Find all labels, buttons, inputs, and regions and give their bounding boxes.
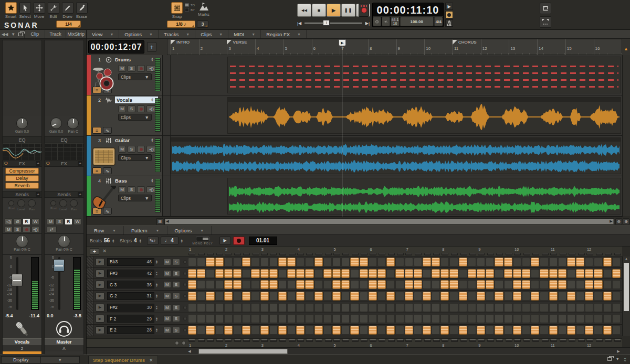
step-cell[interactable]	[197, 303, 205, 312]
send-post-knob[interactable]: Post	[50, 199, 57, 218]
step-cell[interactable]	[242, 314, 250, 323]
mini-record-button[interactable]	[445, 11, 453, 18]
step-cell[interactable]	[504, 314, 512, 323]
step-cell[interactable]	[369, 280, 377, 289]
step-cell[interactable]	[386, 292, 395, 301]
step-cell[interactable]	[386, 269, 395, 278]
step-cell[interactable]	[522, 292, 530, 301]
row-name-field[interactable]: Bb346	[107, 258, 154, 266]
step-tab[interactable]	[243, 339, 250, 342]
step-tab[interactable]	[234, 253, 241, 255]
row-preview-button[interactable]: ▶	[96, 270, 104, 277]
step-cell[interactable]	[486, 314, 494, 323]
gain-knob-dial[interactable]	[16, 117, 28, 129]
step-cell[interactable]	[558, 314, 566, 323]
scroll-up-icon[interactable]: ▲	[624, 46, 628, 51]
step-tab[interactable]	[370, 339, 376, 342]
step-cell[interactable]	[350, 326, 359, 335]
step-tab[interactable]	[207, 253, 214, 255]
step-cell[interactable]	[567, 258, 575, 266]
loop-end-handle[interactable]	[182, 341, 186, 345]
step-tab[interactable]	[333, 339, 340, 342]
step-cell[interactable]	[459, 314, 467, 323]
row-velocity-spinner[interactable]: ▲▼	[155, 294, 158, 298]
step-cell[interactable]	[287, 258, 296, 266]
steps-spinner[interactable]: ▲▼	[139, 239, 142, 243]
step-cell[interactable]	[305, 280, 313, 289]
step-tab[interactable]	[188, 253, 195, 255]
step-cell[interactable]	[386, 280, 395, 289]
row-solo-button[interactable]: S	[172, 259, 180, 265]
sequencer-scroll-left-icon[interactable]: ◀	[186, 349, 193, 354]
step-cell[interactable]	[585, 280, 593, 289]
sends-section-header[interactable]: Sends+	[45, 191, 83, 198]
step-cell[interactable]	[206, 326, 214, 335]
step-cell[interactable]	[251, 292, 259, 301]
audio-clip-guitar[interactable]	[171, 137, 621, 174]
step-tab[interactable]	[415, 253, 422, 255]
track-automation-icon[interactable]: ∿	[103, 127, 112, 134]
step-tab[interactable]	[225, 339, 232, 342]
write-automation-button[interactable]: W	[74, 218, 81, 225]
step-cell[interactable]	[423, 314, 431, 323]
step-tab[interactable]	[289, 339, 296, 342]
step-cell[interactable]	[197, 326, 205, 335]
step-cell[interactable]	[468, 269, 476, 278]
step-cell[interactable]	[188, 314, 196, 323]
row-solo-button[interactable]: S	[172, 270, 180, 277]
step-cell[interactable]	[567, 326, 575, 335]
step-cell[interactable]	[188, 269, 196, 278]
step-cell[interactable]	[440, 314, 449, 323]
step-tab[interactable]	[342, 253, 349, 255]
step-cell[interactable]	[440, 292, 449, 301]
step-cell[interactable]	[323, 292, 332, 301]
step-cell[interactable]	[504, 280, 512, 289]
step-tab[interactable]	[253, 253, 259, 255]
send-knob-dial[interactable]	[59, 199, 67, 207]
step-cell[interactable]	[369, 292, 377, 301]
step-tab[interactable]	[306, 253, 313, 255]
step-cell[interactable]	[459, 326, 467, 335]
sends-add-icon[interactable]: +	[36, 192, 40, 197]
step-cell[interactable]	[269, 258, 278, 266]
tool-erase-button[interactable]	[76, 2, 88, 14]
step-cell[interactable]	[594, 303, 602, 312]
step-cell[interactable]	[558, 258, 566, 266]
step-tab[interactable]	[596, 253, 603, 255]
snap-resolution-dropdown[interactable]: 1/8 ♪	[167, 20, 195, 28]
step-cell[interactable]	[594, 326, 602, 335]
step-cell[interactable]	[522, 303, 530, 312]
step-cell[interactable]	[405, 314, 413, 323]
step-cell[interactable]	[449, 326, 458, 335]
step-tab[interactable]	[523, 339, 530, 342]
step-cell[interactable]	[440, 326, 449, 335]
solo-button[interactable]: S	[14, 226, 22, 233]
step-cell[interactable]	[332, 326, 341, 335]
eq-section-header[interactable]: EQ	[3, 136, 41, 143]
step-tab[interactable]	[496, 253, 503, 255]
row-velocity-spinner[interactable]: ▲▼	[155, 305, 158, 309]
step-cell[interactable]	[233, 303, 242, 312]
step-cell[interactable]	[414, 326, 422, 335]
pan-knob-large[interactable]: Pan 0% C	[45, 233, 83, 254]
step-cell[interactable]	[260, 303, 269, 312]
track-mute-button[interactable]: M	[118, 105, 126, 112]
step-tab[interactable]	[316, 339, 322, 342]
step-cell[interactable]	[296, 269, 304, 278]
step-cell[interactable]	[369, 326, 377, 335]
step-tab[interactable]	[405, 339, 412, 342]
step-cell[interactable]	[188, 326, 196, 335]
menu-clips[interactable]: Clips▼	[195, 30, 228, 38]
step-tab[interactable]	[532, 253, 539, 255]
row-preview-button[interactable]: ▶	[96, 315, 104, 323]
step-cell[interactable]	[504, 303, 512, 312]
send-knob-dial[interactable]	[50, 200, 56, 206]
sequencer-scroll-right-icon[interactable]: ▶	[615, 349, 622, 354]
step-tab[interactable]	[379, 339, 385, 342]
step-cell[interactable]	[224, 292, 233, 301]
pan-knob-dial[interactable]	[67, 117, 79, 129]
tempo-display[interactable]: 100.00	[400, 17, 434, 26]
row-preview-button[interactable]: ▶	[96, 326, 104, 334]
step-cell[interactable]	[305, 269, 313, 278]
clips-dropdown[interactable]: Clips▼	[118, 114, 152, 121]
